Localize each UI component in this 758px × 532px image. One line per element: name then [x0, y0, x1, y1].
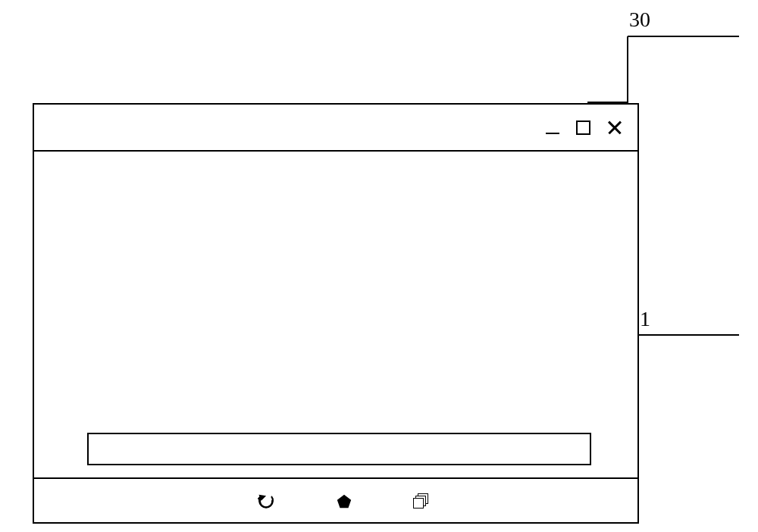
home-pentagon-icon[interactable]	[336, 493, 352, 510]
back-icon[interactable]	[257, 493, 275, 511]
navigation-bar	[34, 477, 637, 524]
app-window	[33, 103, 639, 524]
minimize-icon[interactable]	[546, 120, 559, 134]
svg-marker-2	[260, 496, 265, 499]
svg-marker-3	[337, 494, 351, 507]
input-bar[interactable]	[87, 433, 591, 465]
content-area	[34, 152, 637, 477]
leader-line-30	[587, 24, 739, 108]
title-bar	[34, 105, 637, 152]
close-icon[interactable]	[607, 120, 622, 135]
maximize-icon[interactable]	[576, 120, 590, 135]
recent-apps-icon[interactable]	[413, 493, 430, 510]
